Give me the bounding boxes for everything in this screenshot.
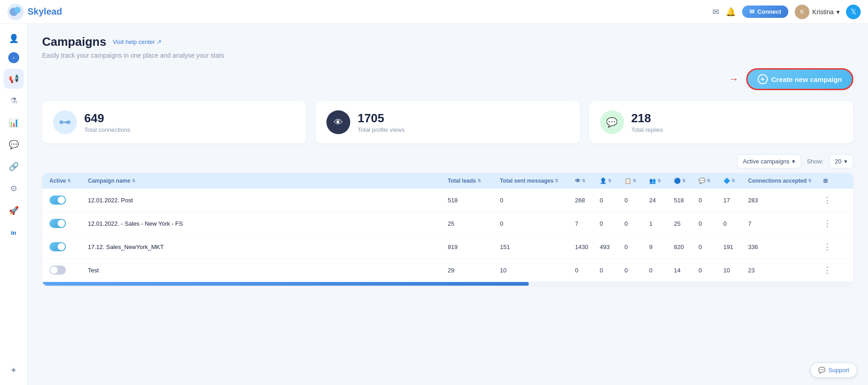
diamond-col-icon: 🔷	[723, 178, 730, 184]
row4-active-toggle[interactable]	[49, 266, 66, 275]
th-c6-sort: ⇅	[608, 179, 612, 183]
logo-text: Skylead	[27, 6, 62, 17]
th-active-label: Active	[49, 178, 66, 184]
th-actions: ⊞	[823, 178, 846, 184]
connections-number: 649	[84, 111, 130, 125]
user-menu[interactable]: K Kristina ▾	[795, 5, 840, 19]
row2-total-leads: 25	[448, 220, 498, 227]
mail-icon[interactable]: ✉	[712, 7, 719, 17]
rocket-icon: 🚀	[9, 206, 19, 216]
th-leads-sort-icon: ⇅	[477, 179, 481, 183]
th-col5[interactable]: 👁⇅	[575, 178, 598, 184]
row1-c11: 17	[723, 197, 746, 204]
table-controls: Active campaigns ▾ Show: 20 ▾	[42, 154, 853, 168]
page-subtitle: Easily track your campaigns in one place…	[42, 52, 853, 59]
row3-active-toggle[interactable]	[49, 242, 66, 251]
eye-icon: 👁	[334, 117, 343, 128]
stat-card-connections: 649 Total connections	[42, 101, 306, 143]
th-total-sent[interactable]: Total sent messages ⇅	[500, 178, 573, 184]
page-title: Campaigns	[42, 35, 106, 49]
row2-c5: 7	[575, 220, 598, 227]
sidebar-item-analytics[interactable]: 📊	[4, 113, 24, 133]
horizontal-scrollbar[interactable]	[42, 282, 853, 286]
sidebar-item-settings[interactable]: ⚙	[4, 179, 24, 199]
help-link[interactable]: Visit help center ↗	[113, 38, 162, 45]
arrow-indicator: →	[729, 73, 739, 85]
sidebar-item-profile[interactable]: 👤	[4, 28, 24, 49]
row3-campaign-name: 17.12. Sales_NewYork_MKT	[88, 244, 446, 250]
replies-number: 218	[631, 111, 663, 125]
page-title-row: Campaigns Visit help center ↗	[42, 35, 853, 49]
connect-button[interactable]: ✉ Connect	[742, 5, 788, 18]
row3-c5: 1430	[575, 244, 598, 250]
row2-c9: 25	[674, 220, 697, 227]
sidebar-item-messages[interactable]: 💬	[4, 135, 24, 155]
table-row: 12.01.2022. Post 518 0 268 0 0 24 518 0 …	[42, 189, 853, 212]
mail-small-icon: ✉	[749, 8, 754, 15]
logo[interactable]: Skylead	[7, 4, 712, 20]
th-col6[interactable]: 👤⇅	[600, 178, 623, 184]
row3-actions[interactable]: ⋮	[823, 242, 846, 252]
svg-rect-3	[60, 120, 63, 124]
th-col8[interactable]: 👥⇅	[649, 178, 672, 184]
row4-connections-accepted: 23	[748, 267, 821, 274]
row3-active-cell	[49, 242, 86, 251]
row1-campaign-name: 12.01.2022. Post	[88, 197, 446, 204]
row1-actions[interactable]: ⋮	[823, 195, 846, 205]
sidebar-collapse-button[interactable]: ›	[8, 52, 19, 63]
row1-c8: 24	[649, 197, 672, 204]
campaign-filter-dropdown[interactable]: Active campaigns ▾	[737, 154, 802, 168]
user-col-icon: 👤	[600, 178, 607, 184]
show-count-dropdown[interactable]: 20 ▾	[829, 154, 853, 168]
th-sent-sort-icon: ⇅	[555, 179, 559, 183]
create-campaign-button[interactable]: + Create new campaign	[746, 68, 853, 90]
sidebar-item-campaigns[interactable]: 📢	[4, 69, 24, 89]
bell-icon[interactable]: 🔔	[726, 7, 736, 17]
navbar-right: ✉ 🔔 ✉ Connect K Kristina ▾ 𝕏	[712, 5, 861, 19]
filter-icon: ⚗	[10, 96, 17, 106]
row1-c7: 0	[624, 197, 647, 204]
sidebar-item-rocket[interactable]: 🚀	[4, 201, 24, 221]
twitter-icon[interactable]: 𝕏	[846, 5, 861, 19]
row4-actions[interactable]: ⋮	[823, 265, 846, 275]
connect-label: Connect	[757, 8, 781, 15]
row3-c8: 9	[649, 244, 672, 250]
th-campaign-name[interactable]: Campaign name ⇅	[88, 178, 446, 184]
th-connections-accepted[interactable]: Connections accepted ⇅	[748, 178, 821, 184]
th-total-leads[interactable]: Total leads ⇅	[448, 178, 498, 184]
settings-icon: ⚙	[10, 184, 17, 194]
stat-info-replies: 218 Total replies	[631, 111, 663, 133]
replies-icon: 💬	[600, 110, 624, 134]
row3-c10: 0	[699, 244, 722, 250]
toggle-knob	[58, 196, 65, 204]
row3-c11: 191	[723, 244, 746, 250]
th-col11[interactable]: 🔷⇅	[723, 178, 746, 184]
row2-c11: 0	[723, 220, 746, 227]
th-col9[interactable]: 🔵⇅	[674, 178, 697, 184]
row1-c5: 268	[575, 197, 598, 204]
campaigns-table: Active ⇅ Campaign name ⇅ Total leads ⇅ T…	[42, 173, 853, 286]
row1-connections-accepted: 283	[748, 197, 821, 204]
row1-active-toggle[interactable]	[49, 195, 66, 205]
row3-c9: 820	[674, 244, 697, 250]
row1-total-sent: 0	[500, 197, 573, 204]
sidebar-item-filter[interactable]: ⚗	[4, 91, 24, 111]
grid-icon: ⊞	[823, 178, 828, 184]
row2-actions[interactable]: ⋮	[823, 218, 846, 228]
th-c10-sort: ⇅	[707, 179, 711, 183]
sidebar-item-link[interactable]: 🔗	[4, 157, 24, 177]
row2-active-toggle[interactable]	[49, 219, 66, 228]
table-row: 12.01.2022. - Sales - New York - FS 25 0…	[42, 212, 853, 235]
toggle-knob	[58, 220, 65, 227]
scrollbar-thumb	[42, 282, 529, 286]
main-content: Campaigns Visit help center ↗ Easily tra…	[27, 24, 868, 385]
row4-c6: 0	[600, 267, 623, 274]
th-active[interactable]: Active ⇅	[49, 178, 86, 184]
messages-icon: 💬	[9, 140, 19, 150]
th-col10[interactable]: 💬⇅	[699, 178, 722, 184]
replies-label: Total replies	[631, 126, 663, 133]
sidebar-item-linkedin[interactable]: in	[4, 222, 24, 243]
th-col7[interactable]: 📋⇅	[624, 178, 647, 184]
sidebar-item-bottom[interactable]: ✦	[4, 360, 24, 380]
support-button[interactable]: 💬 Support	[810, 363, 857, 378]
